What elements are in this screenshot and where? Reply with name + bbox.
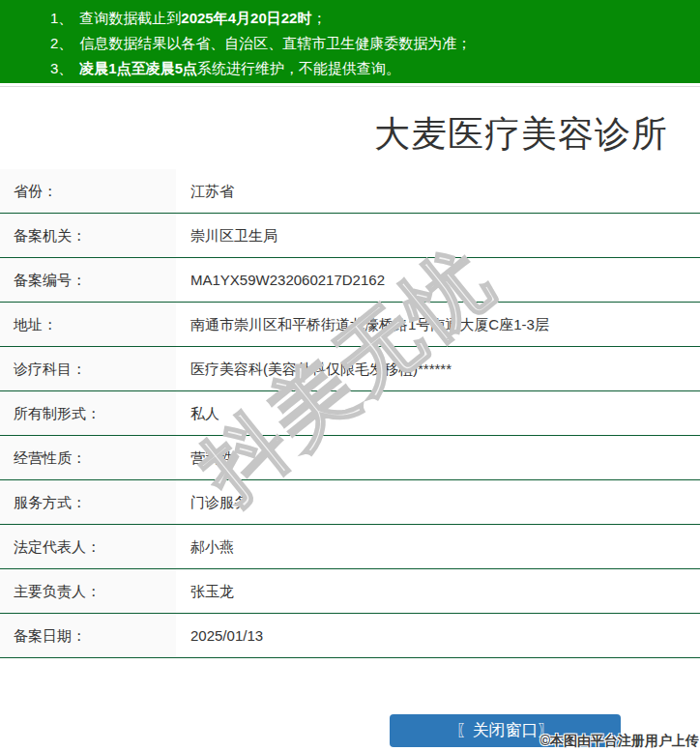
notice-number: 3、 xyxy=(50,56,73,81)
field-label: 所有制形式： xyxy=(0,391,176,435)
notice-text: 系统进行维护，不能提供查询。 xyxy=(197,60,400,76)
notice-bar: 1、查询数据截止到2025年4月20日22时； 2、信息数据结果以各省、自治区、… xyxy=(0,0,700,83)
table-row-ownership: 所有制形式： 私人 xyxy=(0,391,700,436)
table-row-business-nature: 经营性质： 营利性 xyxy=(0,436,700,480)
field-label: 诊疗科目： xyxy=(0,347,176,390)
field-label: 备案日期： xyxy=(0,614,176,657)
field-value: 私人 xyxy=(176,391,700,435)
field-value: 江苏省 xyxy=(176,169,700,213)
page-title: 大麦医疗美容诊所 xyxy=(346,110,696,159)
field-value: 郝小燕 xyxy=(176,525,700,568)
notice-text-bold: 2025年4月20日22时 xyxy=(181,10,311,26)
notice-item: 3、凌晨1点至凌晨5点系统进行维护，不能提供查询。 xyxy=(50,56,690,81)
field-label: 主要负责人： xyxy=(0,569,176,613)
record-table: 省份： 江苏省 备案机关： 崇川区卫生局 备案编号： MA1YX59W23206… xyxy=(0,169,700,658)
header-divider xyxy=(0,86,700,87)
copyright-note: ©本图由平台注册用户上传 xyxy=(540,733,699,750)
notice-number: 2、 xyxy=(50,31,73,56)
table-row-service-mode: 服务方式： 门诊服务 xyxy=(0,480,700,525)
field-label: 备案编号： xyxy=(0,258,176,302)
field-value: MA1YX59W232060217D2162 xyxy=(176,258,700,302)
notice-text-bold: 凌晨1点至凌晨5点 xyxy=(79,60,197,76)
table-row-legal-representative: 法定代表人： 郝小燕 xyxy=(0,525,700,569)
notice-text: 信息数据结果以各省、自治区、直辖市卫生健康委数据为准； xyxy=(79,35,471,51)
field-value: 门诊服务 xyxy=(176,480,700,524)
field-value: 张玉龙 xyxy=(176,569,700,613)
notice-text: ； xyxy=(311,10,326,26)
field-label: 法定代表人： xyxy=(0,525,176,568)
table-row-province: 省份： 江苏省 xyxy=(0,169,700,214)
field-label: 服务方式： xyxy=(0,480,176,524)
field-value: 医疗美容科(美容外科仅限毛发移植)****** xyxy=(176,347,700,390)
notice-item: 1、查询数据截止到2025年4月20日22时； xyxy=(50,6,690,31)
table-row-authority: 备案机关： 崇川区卫生局 xyxy=(0,214,700,258)
table-row-principal: 主要负责人： 张玉龙 xyxy=(0,569,700,614)
field-value: 崇川区卫生局 xyxy=(176,214,700,257)
field-label: 地址： xyxy=(0,303,176,346)
notice-number: 1、 xyxy=(50,6,73,31)
table-row-record-date: 备案日期： 2025/01/13 xyxy=(0,614,700,658)
field-value: 2025/01/13 xyxy=(176,614,700,657)
field-value: 南通市崇川区和平桥街道北濠桥路1号南通大厦C座1-3层 xyxy=(176,303,700,346)
table-row-address: 地址： 南通市崇川区和平桥街道北濠桥路1号南通大厦C座1-3层 xyxy=(0,303,700,347)
table-row-record-number: 备案编号： MA1YX59W232060217D2162 xyxy=(0,258,700,303)
field-label: 省份： xyxy=(0,169,176,213)
field-label: 备案机关： xyxy=(0,214,176,257)
notice-text: 查询数据截止到 xyxy=(79,10,181,26)
table-row-departments: 诊疗科目： 医疗美容科(美容外科仅限毛发移植)****** xyxy=(0,347,700,391)
notice-item: 2、信息数据结果以各省、自治区、直辖市卫生健康委数据为准； xyxy=(50,31,690,56)
field-value: 营利性 xyxy=(176,436,700,479)
field-label: 经营性质： xyxy=(0,436,176,479)
